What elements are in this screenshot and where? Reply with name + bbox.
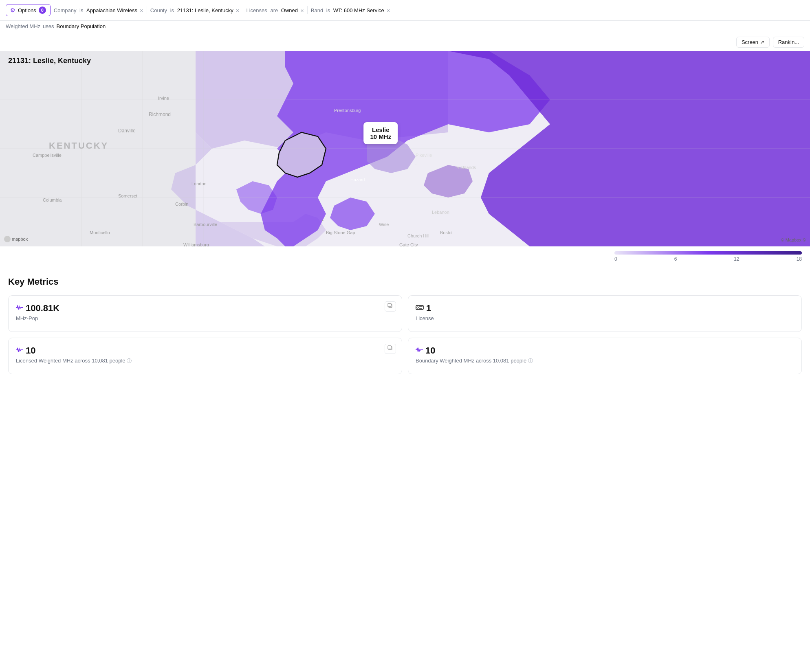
legend-label-0: 0 bbox=[614, 256, 617, 262]
options-count-badge: 0 bbox=[39, 7, 46, 14]
copy-button-licensed-weighted-mhz[interactable] bbox=[385, 344, 396, 354]
metric-label-license: License bbox=[416, 315, 794, 321]
svg-text:Gate City: Gate City bbox=[399, 242, 418, 246]
waveform-icon-1 bbox=[16, 305, 23, 312]
svg-text:Corbin: Corbin bbox=[175, 202, 188, 206]
filter-chip-band: Band is WT: 600 MHz Service × bbox=[311, 7, 390, 13]
legend-label-6: 6 bbox=[674, 256, 677, 262]
mapbox-logo: mapbox bbox=[4, 236, 28, 242]
svg-text:Richlands: Richlands bbox=[456, 165, 476, 170]
filter-separator-2 bbox=[243, 6, 243, 14]
weighted-mhz-value: Boundary Population bbox=[56, 23, 106, 29]
chip-company-key: Company bbox=[54, 7, 77, 13]
options-button[interactable]: ⚙ Options 0 bbox=[6, 4, 51, 16]
top-actions: Screen ↗ Rankin... bbox=[0, 33, 810, 51]
svg-text:Williamsburg: Williamsburg bbox=[183, 242, 209, 246]
metric-label-mhz-pop: MHz-Pop bbox=[16, 315, 394, 321]
map-section: 21131: Leslie, Kentucky KENTUCKY Danvill… bbox=[0, 51, 810, 246]
svg-text:•: • bbox=[416, 163, 416, 165]
svg-text:Campbellsville: Campbellsville bbox=[33, 153, 62, 158]
svg-text:Church Hill: Church Hill bbox=[407, 233, 429, 238]
metric-value-licensed-weighted-mhz: 10 bbox=[26, 345, 35, 356]
metrics-grid: 100.81K MHz-Pop 1 License 10 bbox=[8, 295, 802, 374]
svg-point-30 bbox=[417, 307, 418, 308]
legend-gradient bbox=[614, 251, 802, 255]
metric-card-mhz-pop: 100.81K MHz-Pop bbox=[8, 295, 402, 332]
chip-county-close[interactable]: × bbox=[236, 7, 240, 13]
svg-text:Lebanon: Lebanon bbox=[432, 210, 449, 215]
legend-labels: 0 6 12 18 bbox=[614, 256, 802, 262]
info-icon-boundary[interactable]: ⓘ bbox=[528, 358, 533, 364]
metric-card-license: 1 License bbox=[408, 295, 802, 332]
filter-chip-company: Company is Appalachian Wireless × bbox=[54, 7, 143, 13]
chip-licenses-close[interactable]: × bbox=[300, 7, 304, 13]
metric-card-licensed-weighted-mhz: 10 Licensed Weighted MHz across 10,081 p… bbox=[8, 338, 402, 374]
svg-rect-28 bbox=[388, 303, 391, 307]
svg-text:Richmond: Richmond bbox=[149, 112, 171, 117]
svg-rect-34 bbox=[388, 346, 391, 349]
svg-text:Danville: Danville bbox=[118, 128, 136, 134]
metric-label-boundary-weighted-mhz: Boundary Weighted MHz across 10,081 peop… bbox=[416, 358, 794, 365]
filter-bar: ⚙ Options 0 Company is Appalachian Wirel… bbox=[0, 0, 810, 21]
weighted-mhz-label: Weighted MHz bbox=[6, 23, 40, 29]
svg-text:Monticello: Monticello bbox=[90, 230, 110, 235]
chip-county-value: 21131: Leslie, Kentucky bbox=[177, 7, 233, 13]
metric-label-licensed-weighted-mhz: Licensed Weighted MHz across 10,081 peop… bbox=[16, 358, 394, 365]
key-metrics-section: Key Metrics 100.81K MHz-Pop 1 Lic bbox=[0, 267, 810, 384]
metric-header-mhz-pop: 100.81K bbox=[16, 303, 394, 314]
chip-licenses-operator: are bbox=[269, 7, 280, 13]
legend-label-12: 12 bbox=[734, 256, 739, 262]
svg-text:Hazard: Hazard bbox=[350, 177, 365, 182]
filter-chip-county: County is 21131: Leslie, Kentucky × bbox=[150, 7, 240, 13]
filter-separator-1 bbox=[147, 6, 147, 14]
metric-value-mhz-pop: 100.81K bbox=[26, 303, 59, 314]
metric-header-boundary-weighted-mhz: 10 bbox=[416, 345, 794, 356]
svg-text:Big Stone Gap: Big Stone Gap bbox=[326, 230, 355, 235]
chip-company-value: Appalachian Wireless bbox=[86, 7, 137, 13]
svg-text:Columbia: Columbia bbox=[43, 198, 62, 202]
chip-band-operator: is bbox=[325, 7, 332, 13]
svg-text:Barbourville: Barbourville bbox=[194, 222, 217, 227]
chip-licenses-key: Licenses bbox=[247, 7, 267, 13]
ranking-button[interactable]: Rankin... bbox=[773, 37, 804, 48]
svg-rect-29 bbox=[416, 305, 423, 310]
chip-company-close[interactable]: × bbox=[140, 7, 143, 13]
svg-text:Pikeville: Pikeville bbox=[416, 153, 432, 158]
svg-text:•: • bbox=[359, 191, 359, 194]
metric-value-license: 1 bbox=[426, 303, 431, 314]
svg-text:•: • bbox=[322, 218, 324, 223]
filter-chip-licenses: Licenses are Owned × bbox=[247, 7, 304, 13]
gear-icon: ⚙ bbox=[10, 7, 15, 13]
metric-header-license: 1 bbox=[416, 303, 794, 314]
chip-licenses-value: Owned bbox=[281, 7, 298, 13]
chip-band-close[interactable]: × bbox=[387, 7, 390, 13]
legend-bar: 0 6 12 18 bbox=[0, 246, 810, 267]
metric-value-boundary-weighted-mhz: 10 bbox=[425, 345, 435, 356]
options-label: Options bbox=[18, 7, 36, 13]
legend-label-18: 18 bbox=[797, 256, 802, 262]
ticket-icon bbox=[416, 305, 424, 312]
screen-button[interactable]: Screen ↗ bbox=[736, 37, 770, 48]
metric-header-licensed-weighted-mhz: 10 bbox=[16, 345, 394, 356]
chip-band-value: WT: 600 MHz Service bbox=[333, 7, 384, 13]
mapbox-logo-text: mapbox bbox=[12, 237, 28, 242]
copy-button-mhz-pop[interactable] bbox=[385, 301, 396, 312]
map-title: 21131: Leslie, Kentucky bbox=[8, 57, 91, 65]
info-icon-licensed[interactable]: ⓘ bbox=[127, 358, 132, 364]
svg-text:Wise: Wise bbox=[379, 222, 389, 227]
chip-band-key: Band bbox=[311, 7, 323, 13]
weighted-mhz-operator: uses bbox=[43, 23, 54, 29]
chip-company-operator: is bbox=[78, 7, 85, 13]
metric-card-boundary-weighted-mhz: 10 Boundary Weighted MHz across 10,081 p… bbox=[408, 338, 802, 374]
waveform-icon-3 bbox=[416, 347, 423, 354]
svg-text:Prestonsburg: Prestonsburg bbox=[334, 108, 361, 113]
key-metrics-title: Key Metrics bbox=[8, 277, 802, 287]
chip-county-operator: is bbox=[169, 7, 176, 13]
svg-text:London: London bbox=[191, 181, 207, 186]
filter-separator-3 bbox=[307, 6, 308, 14]
mapbox-copyright: © Mapbox © bbox=[781, 237, 806, 242]
svg-text:KENTUCKY: KENTUCKY bbox=[49, 141, 108, 151]
chip-county-key: County bbox=[150, 7, 167, 13]
map-svg: KENTUCKY Danville Richmond Irvine Campbe… bbox=[0, 51, 810, 246]
svg-text:Bristol: Bristol bbox=[440, 230, 453, 235]
